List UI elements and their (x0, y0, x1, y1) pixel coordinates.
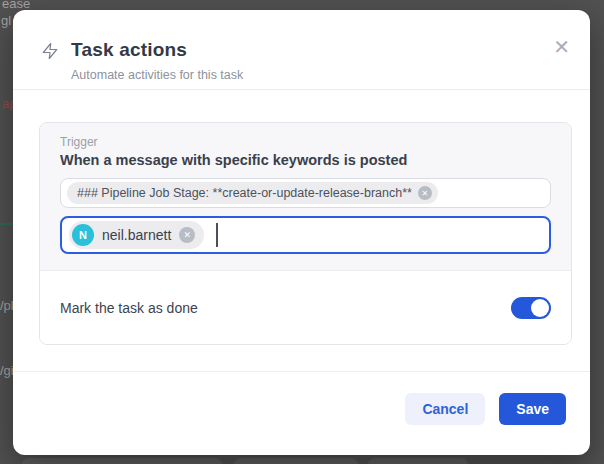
close-icon[interactable]: ✕ (553, 37, 570, 57)
recipient-input[interactable]: N neil.barnett ✕ (60, 216, 551, 254)
trigger-card: Trigger When a message with specific key… (39, 122, 572, 345)
background-divider (0, 223, 13, 225)
trigger-label: Trigger (60, 135, 551, 149)
modal-footer: Cancel Save (405, 393, 566, 425)
footer-divider (13, 371, 590, 372)
mark-done-label: Mark the task as done (60, 300, 198, 316)
trigger-section: Trigger When a message with specific key… (40, 123, 571, 271)
toggle-knob (531, 299, 549, 317)
save-button[interactable]: Save (499, 393, 566, 425)
background-text-fragment: /pl (0, 299, 14, 313)
task-actions-modal: Task actions Automate activities for thi… (13, 10, 590, 455)
mark-done-row: Mark the task as done (40, 271, 571, 344)
background-text-fragment: gl (1, 14, 11, 28)
remove-user-icon[interactable]: ✕ (179, 227, 195, 243)
keyword-tag: ### Pipeline Job Stage: **create-or-upda… (67, 182, 438, 204)
mark-done-toggle[interactable] (511, 297, 551, 319)
modal-subtitle: Automate activities for this task (71, 68, 243, 82)
modal-header: Task actions Automate activities for thi… (13, 10, 590, 90)
zap-icon (41, 41, 59, 61)
background-text-fragment: /gi (0, 364, 14, 378)
background-button-shape (234, 458, 358, 464)
remove-keyword-icon[interactable]: ✕ (418, 186, 432, 200)
modal-title: Task actions (71, 39, 187, 61)
user-chip-name: neil.barnett (102, 227, 171, 243)
cancel-button[interactable]: Cancel (405, 393, 485, 425)
background-button-shape (368, 458, 468, 464)
background-button-shape (22, 458, 222, 464)
keywords-input[interactable]: ### Pipeline Job Stage: **create-or-upda… (60, 178, 551, 208)
text-caret (216, 223, 218, 247)
keyword-tag-label: ### Pipeline Job Stage: **create-or-upda… (77, 186, 412, 200)
trigger-heading: When a message with specific keywords is… (60, 152, 551, 168)
screen: ease gl ap /pl /gi Task actions Automate… (0, 0, 604, 464)
user-chip: N neil.barnett ✕ (69, 221, 204, 249)
avatar: N (72, 224, 94, 246)
